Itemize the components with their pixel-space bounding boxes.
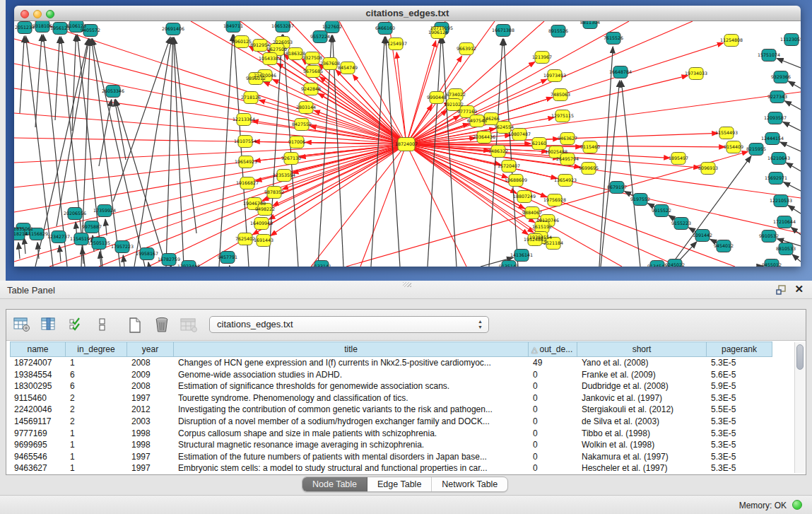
table-cell[interactable]: 9465546: [10, 451, 66, 463]
table-row[interactable]: 977716911998Corpus callosum shape and si…: [10, 428, 793, 440]
table-cell[interactable]: 5.3E-5: [707, 416, 772, 428]
table-cell[interactable]: 2: [66, 416, 127, 428]
table-row[interactable]: 1456911722003Disruption of a novel membe…: [10, 416, 793, 428]
table-cell[interactable]: 5.3E-5: [707, 428, 772, 440]
close-panel-icon[interactable]: ✕: [794, 283, 804, 296]
table-cell[interactable]: 9115460: [10, 392, 66, 404]
table-cell[interactable]: 0: [529, 451, 577, 463]
table-vertical-scrollbar[interactable]: [794, 342, 805, 473]
table-cell[interactable]: 2009: [127, 369, 174, 381]
table-cell[interactable]: 6: [66, 369, 127, 381]
float-panel-icon[interactable]: [776, 285, 787, 295]
tab-network-table[interactable]: Network Table: [432, 477, 507, 491]
table-row[interactable]: 2242004622012Investigating the contribut…: [10, 404, 793, 416]
table-cell[interactable]: 1: [66, 451, 127, 463]
table-cell[interactable]: Hescheler et al. (1997): [577, 462, 707, 473]
table-cell[interactable]: 49: [529, 357, 577, 369]
table-cell[interactable]: 22420046: [10, 404, 66, 416]
table-cell[interactable]: 1997: [127, 462, 174, 473]
new-table-button[interactable]: [124, 315, 146, 336]
table-cell[interactable]: Yano et al. (2008): [577, 357, 707, 369]
table-cell[interactable]: 18724007: [10, 357, 66, 369]
table-cell[interactable]: Investigating the contribution of common…: [174, 404, 529, 416]
table-cell[interactable]: 2008: [127, 357, 174, 369]
table-cell[interactable]: 1997: [127, 451, 174, 463]
table-cell[interactable]: 1: [66, 428, 127, 440]
table-cell[interactable]: 14569117: [10, 416, 66, 428]
table-cell[interactable]: 18300295: [10, 380, 66, 392]
table-cell[interactable]: 1998: [127, 428, 174, 440]
table-cell[interactable]: 1: [66, 439, 127, 451]
table-row[interactable]: 946362711997Embryonic stem cells: a mode…: [10, 462, 793, 473]
table-settings-button[interactable]: [11, 315, 33, 336]
table-selector-dropdown[interactable]: citations_edges.txt ▲▼: [209, 316, 489, 333]
table-cell[interactable]: 0: [529, 380, 577, 392]
table-cell[interactable]: 2003: [127, 416, 174, 428]
table-cell[interactable]: Stergiakouli et al. (2012): [577, 404, 707, 416]
table-cell[interactable]: Dudbridge et al. (2008): [577, 380, 707, 392]
table-cell[interactable]: Wolkin et al. (1998): [577, 439, 707, 451]
tab-node-table[interactable]: Node Table: [302, 477, 367, 491]
table-cell[interactable]: 0: [529, 392, 577, 404]
show-columns-button[interactable]: [37, 315, 60, 336]
tab-edge-table[interactable]: Edge Table: [367, 477, 432, 491]
table-cell[interactable]: 6: [66, 380, 127, 392]
table-row[interactable]: 911546021997Tourette syndrome. Phenomeno…: [10, 392, 793, 404]
network-window-titlebar[interactable]: citations_edges.txt: [14, 6, 801, 21]
table-cell[interactable]: 0: [529, 428, 577, 440]
table-cell[interactable]: Tourette syndrome. Phenomenology and cla…: [174, 392, 529, 404]
table-cell[interactable]: 5.6E-5: [707, 369, 772, 381]
delete-table-button[interactable]: [151, 315, 173, 336]
table-cell[interactable]: Estimation of significance thresholds fo…: [174, 380, 529, 392]
table-cell[interactable]: 19384554: [10, 369, 66, 381]
table-cell[interactable]: 2008: [127, 380, 174, 392]
table-cell[interactable]: Corpus callosum shape and size in male p…: [174, 428, 529, 440]
table-cell[interactable]: 5.5E-5: [707, 404, 772, 416]
table-row[interactable]: 946554611997Estimation of the future num…: [10, 451, 793, 463]
table-cell[interactable]: 0: [529, 439, 577, 451]
table-cell[interactable]: 0: [529, 404, 577, 416]
table-cell[interactable]: Tibbo et al. (1998): [577, 428, 707, 440]
table-cell[interactable]: 0: [529, 416, 577, 428]
table-cell[interactable]: Genome-wide association studies in ADHD.: [174, 369, 529, 381]
table-cell[interactable]: 1998: [127, 439, 174, 451]
table-cell[interactable]: 5.3E-5: [707, 462, 772, 473]
table-cell[interactable]: 2: [66, 392, 127, 404]
column-header-out_de[interactable]: △ out_de...: [529, 341, 577, 357]
table-cell[interactable]: Embryonic stem cells: a model to study s…: [174, 462, 529, 473]
table-cell[interactable]: 0: [529, 462, 577, 473]
table-cell[interactable]: 0: [529, 369, 577, 381]
select-rows-button[interactable]: [64, 315, 87, 336]
table-cell[interactable]: 1: [66, 357, 127, 369]
column-header-year[interactable]: year: [127, 341, 174, 357]
table-cell[interactable]: 5.3E-5: [707, 451, 772, 463]
table-row[interactable]: 1872400712008Changes of HCN gene express…: [10, 357, 793, 369]
network-canvas[interactable]: 1872400720512349318106195612381061239405…: [14, 21, 801, 267]
table-cell[interactable]: 9699695: [10, 439, 66, 451]
table-cell[interactable]: 5.9E-5: [707, 380, 772, 392]
table-cell[interactable]: 1: [66, 462, 127, 473]
table-cell[interactable]: Franke et al. (2009): [577, 369, 707, 381]
table-row[interactable]: 969969511998Structural magnetic resonanc…: [10, 439, 793, 451]
column-header-name[interactable]: name: [10, 341, 66, 357]
column-header-pagerank[interactable]: pagerank: [707, 341, 772, 357]
table-cell[interactable]: 9463627: [10, 462, 66, 473]
table-cell[interactable]: Changes of HCN gene expression and I(f) …: [174, 357, 529, 369]
table-cell[interactable]: 5.3E-5: [707, 357, 772, 369]
table-cell[interactable]: 5.3E-5: [707, 439, 772, 451]
table-cell[interactable]: Jankovic et al. (1997): [577, 392, 707, 404]
column-header-in_degree[interactable]: in_degree: [66, 341, 127, 357]
table-cell[interactable]: 5.3E-5: [707, 392, 772, 404]
citation-network-graph[interactable]: 1872400720512349318106195612381061239405…: [14, 21, 801, 267]
split-pane-grip[interactable]: [403, 282, 411, 287]
table-row[interactable]: 1938455462009Genome-wide association stu…: [10, 369, 793, 381]
table-cell[interactable]: Disruption of a novel member of a sodium…: [174, 416, 529, 428]
table-cell[interactable]: 2012: [127, 404, 174, 416]
table-cell[interactable]: Nakamura et al. (1997): [577, 451, 707, 463]
row-height-button[interactable]: [91, 315, 114, 336]
table-cell[interactable]: 1997: [127, 392, 174, 404]
table-cell[interactable]: 2: [66, 404, 127, 416]
column-header-short[interactable]: short: [577, 341, 707, 357]
table-row[interactable]: 1830029562008Estimation of significance …: [10, 380, 793, 392]
scrollbar-thumb[interactable]: [796, 344, 804, 370]
